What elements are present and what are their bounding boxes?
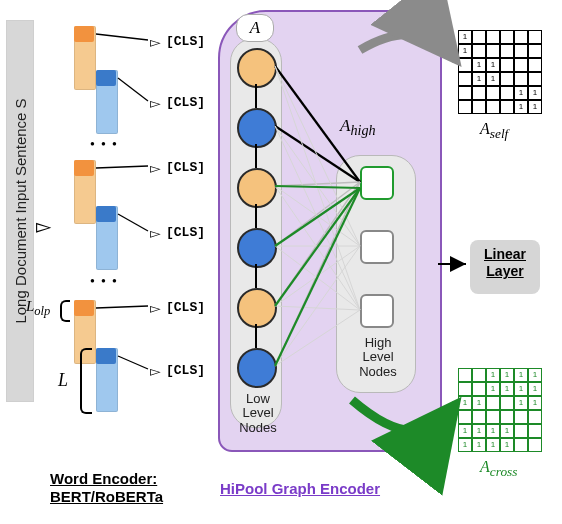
matrix-cell [528,438,542,452]
cls-label-2: [CLS] [166,95,205,110]
matrix-cell [458,86,472,100]
dots-2: ● ● ● [90,276,119,285]
high-nodes-caption: High Level Nodes [354,336,402,379]
matrix-cell: 1 [500,368,514,382]
matrix-cell: 1 [486,72,500,86]
matrix-cell [514,30,528,44]
low-node-6 [237,348,277,388]
low-node-2 [237,108,277,148]
matrix-cell [500,58,514,72]
matrix-cell [472,382,486,396]
matrix-cell [472,100,486,114]
input-arrow-icon: ▻ [36,214,51,238]
chunk-3-head [74,160,94,176]
word-encoder-label: Word Encoder:BERT/RoBERTa [50,470,163,506]
cls-arrow-2-icon: ▻ [150,95,161,111]
matrix-cell: 1 [458,30,472,44]
matrix-cell: 1 [528,382,542,396]
a-cross-matrix: 11111111111111111111 [458,368,542,452]
matrix-cell [472,86,486,100]
lolp-label: Lolp [26,298,50,319]
matrix-cell [486,100,500,114]
low-node-4 [237,228,277,268]
matrix-cell [458,382,472,396]
matrix-cell [472,30,486,44]
cls-arrow-4-icon: ▻ [150,225,161,241]
matrix-cell [458,72,472,86]
matrix-cell [486,410,500,424]
matrix-cell: 1 [486,58,500,72]
a-cross-caption: Across [480,458,517,480]
matrix-cell: 1 [528,86,542,100]
matrix-cell [500,30,514,44]
svg-line-30 [96,166,148,168]
cls-label-5: [CLS] [166,300,205,315]
cls-arrow-6-icon: ▻ [150,363,161,379]
matrix-cell [514,58,528,72]
matrix-cell [514,72,528,86]
matrix-cell [528,410,542,424]
chunk-6-head [96,348,116,364]
svg-line-29 [118,78,148,101]
matrix-cell [472,410,486,424]
cls-label-3: [CLS] [166,160,205,175]
matrix-cell: 1 [472,72,486,86]
low-node-3 [237,168,277,208]
cls-arrow-3-icon: ▻ [150,160,161,176]
matrix-cell: 1 [514,100,528,114]
cls-arrow-1-icon: ▻ [150,34,161,50]
matrix-cell [486,30,500,44]
matrix-cell: 1 [514,396,528,410]
low-node-5 [237,288,277,328]
chunk-1-head [74,26,94,42]
matrix-cell: 1 [458,396,472,410]
low-nodes-caption: Low Level Nodes [236,392,280,435]
matrix-cell: 1 [528,100,542,114]
matrix-cell: 1 [472,424,486,438]
matrix-cell [528,424,542,438]
cls-label-1: [CLS] [166,34,205,49]
linear-layer: LinearLayer [470,240,540,294]
matrix-cell [500,86,514,100]
matrix-cell: 1 [514,86,528,100]
matrix-cell [486,396,500,410]
matrix-cell: 1 [514,368,528,382]
high-node-3 [360,294,394,328]
matrix-cell [500,396,514,410]
matrix-cell [528,72,542,86]
matrix-cell: 1 [486,438,500,452]
matrix-cell [514,424,528,438]
matrix-cell: 1 [472,438,486,452]
adjacency-A-label: A [236,14,274,42]
l-brace [80,348,92,414]
matrix-cell [458,100,472,114]
matrix-cell [486,86,500,100]
matrix-cell [458,368,472,382]
lolp-brace [60,300,70,322]
dots-1: ● ● ● [90,139,119,148]
matrix-cell [486,44,500,58]
matrix-cell: 1 [472,58,486,72]
matrix-cell: 1 [472,396,486,410]
matrix-cell [500,100,514,114]
matrix-cell: 1 [486,382,500,396]
matrix-cell [514,410,528,424]
matrix-cell [528,58,542,72]
matrix-cell [500,44,514,58]
matrix-cell [458,58,472,72]
graph-encoder-label: HiPool Graph Encoder [220,480,380,498]
matrix-cell: 1 [486,368,500,382]
svg-line-32 [96,306,148,308]
svg-line-31 [118,214,148,231]
matrix-cell: 1 [458,424,472,438]
chunk-4-head [96,206,116,222]
matrix-cell: 1 [458,44,472,58]
input-sentence-label: Long Document Input Sentence S [12,98,29,323]
matrix-cell [528,44,542,58]
matrix-cell [472,44,486,58]
low-node-1 [237,48,277,88]
input-sentence-bar: Long Document Input Sentence S [6,20,34,402]
matrix-cell [500,410,514,424]
svg-line-33 [118,356,148,369]
high-node-2 [360,230,394,264]
